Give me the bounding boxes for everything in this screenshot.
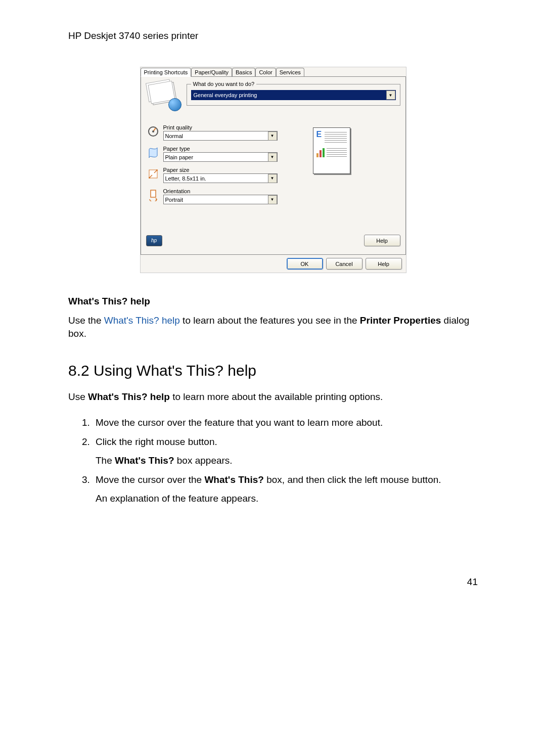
text-bold: What's This? help bbox=[88, 391, 170, 402]
tab-strip: Printing Shortcuts Paper/Quality Basics … bbox=[141, 67, 406, 76]
paper-type-icon bbox=[146, 146, 160, 160]
paper-type-value: Plain paper bbox=[164, 154, 268, 160]
task-select[interactable]: General everyday printing ▼ bbox=[191, 90, 396, 100]
task-fieldset: What do you want to do? General everyday… bbox=[187, 81, 400, 106]
panel-help-button[interactable]: Help bbox=[364, 235, 400, 246]
step-2-sub: The What's This? box appears. bbox=[96, 454, 478, 468]
dialog-footer: OK Cancel Help bbox=[141, 255, 406, 273]
chevron-down-icon[interactable]: ▼ bbox=[268, 131, 277, 141]
tab-panel: What do you want to do? General everyday… bbox=[141, 76, 406, 255]
hp-logo-button[interactable]: hp bbox=[146, 235, 162, 246]
steps-list: Move the cursor over the feature that yo… bbox=[68, 416, 478, 506]
svg-point-1 bbox=[152, 130, 154, 132]
cancel-button[interactable]: Cancel bbox=[326, 258, 362, 270]
step-3-sub: An explanation of the feature appears. bbox=[96, 492, 478, 506]
option-row-orientation: Orientation Portrait ▼ bbox=[146, 188, 278, 204]
subsection-heading: What's This? help bbox=[68, 296, 478, 307]
text: Click the right mouse button. bbox=[96, 436, 217, 447]
orientation-icon bbox=[146, 188, 160, 202]
paper-type-label: Paper type bbox=[163, 146, 278, 152]
page-preview: E bbox=[313, 127, 350, 209]
print-quality-value: Normal bbox=[164, 133, 268, 139]
text: box, and then click the left mouse butto… bbox=[264, 474, 441, 485]
task-select-value: General everyday printing bbox=[192, 92, 386, 98]
print-quality-icon bbox=[146, 124, 160, 139]
option-row-paper-type: Paper type Plain paper ▼ bbox=[146, 146, 278, 162]
chevron-down-icon[interactable]: ▼ bbox=[268, 195, 277, 204]
text-bold: Printer Properties bbox=[360, 315, 441, 326]
section-heading: 8.2 Using What's This? help bbox=[68, 362, 478, 379]
step-1: Move the cursor over the feature that yo… bbox=[93, 416, 478, 430]
text-bold: What's This? bbox=[204, 474, 263, 485]
tab-printing-shortcuts[interactable]: Printing Shortcuts bbox=[141, 68, 192, 77]
printer-properties-dialog: Printing Shortcuts Paper/Quality Basics … bbox=[140, 67, 406, 273]
chevron-down-icon[interactable]: ▼ bbox=[268, 153, 277, 162]
paragraph: Use What's This? help to learn more abou… bbox=[68, 390, 478, 404]
paragraph: Use the What's This? help to learn about… bbox=[68, 314, 478, 340]
step-3: Move the cursor over the What's This? bo… bbox=[93, 473, 478, 506]
chevron-down-icon[interactable]: ▼ bbox=[386, 91, 395, 100]
paper-size-label: Paper size bbox=[163, 167, 278, 173]
option-row-print-quality: Print quality Normal ▼ bbox=[146, 124, 278, 141]
ok-button[interactable]: OK bbox=[287, 258, 323, 270]
text-bold: What's This? bbox=[115, 455, 174, 466]
chevron-down-icon[interactable]: ▼ bbox=[268, 174, 277, 183]
step-2: Click the right mouse button. The What's… bbox=[93, 435, 478, 468]
shortcut-illustration-icon bbox=[146, 81, 187, 111]
print-quality-select[interactable]: Normal ▼ bbox=[163, 131, 278, 141]
text: The bbox=[96, 455, 115, 466]
whats-this-help-link[interactable]: What's This? help bbox=[104, 315, 180, 326]
footer-help-button[interactable]: Help bbox=[366, 258, 402, 270]
tab-color[interactable]: Color bbox=[255, 68, 276, 76]
orientation-label: Orientation bbox=[163, 188, 278, 194]
paper-size-icon bbox=[146, 167, 160, 181]
page-number: 41 bbox=[68, 576, 478, 588]
text: Move the cursor over the bbox=[96, 474, 204, 485]
text: Use the bbox=[68, 315, 104, 326]
paper-type-select[interactable]: Plain paper ▼ bbox=[163, 152, 278, 162]
paper-size-value: Letter, 8.5x11 in. bbox=[164, 175, 268, 182]
tab-services[interactable]: Services bbox=[276, 68, 304, 76]
tab-basics[interactable]: Basics bbox=[232, 68, 255, 76]
option-row-paper-size: Paper size Letter, 8.5x11 in. ▼ bbox=[146, 167, 278, 183]
text: to learn about the features you see in t… bbox=[180, 315, 360, 326]
text: box appears. bbox=[174, 455, 233, 466]
orientation-select[interactable]: Portrait ▼ bbox=[163, 195, 278, 204]
paper-size-select[interactable]: Letter, 8.5x11 in. ▼ bbox=[163, 173, 278, 183]
text: Use bbox=[68, 391, 88, 402]
task-fieldset-legend: What do you want to do? bbox=[191, 81, 257, 87]
text: to learn more about the available printi… bbox=[170, 391, 383, 402]
print-quality-label: Print quality bbox=[163, 124, 278, 130]
svg-rect-3 bbox=[151, 190, 156, 197]
orientation-value: Portrait bbox=[164, 197, 268, 203]
document-header: HP Deskjet 3740 series printer bbox=[68, 30, 478, 41]
tab-paper-quality[interactable]: Paper/Quality bbox=[191, 68, 232, 76]
